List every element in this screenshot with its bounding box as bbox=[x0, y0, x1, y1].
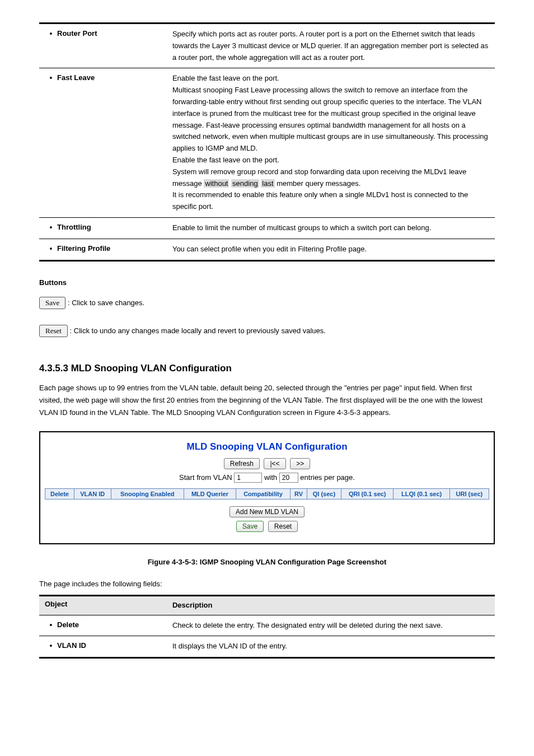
reset-button-image: Reset bbox=[39, 325, 68, 337]
row-desc: Check to delete the entry. The designate… bbox=[167, 615, 495, 636]
col-header: Delete bbox=[45, 488, 74, 499]
col-header: Snooping Enabled bbox=[111, 488, 184, 499]
save-desc: : Click to save changes. bbox=[68, 298, 144, 307]
first-page-button[interactable]: |<< bbox=[264, 458, 285, 469]
figure-caption: Figure 4-3-5-3: IGMP Snooping VLAN Confi… bbox=[39, 558, 495, 566]
col-header: URI (sec) bbox=[449, 488, 489, 499]
col-header: MLD Querier bbox=[184, 488, 236, 499]
next-page-button[interactable]: >> bbox=[290, 458, 310, 469]
col-header: QRI (0.1 sec) bbox=[341, 488, 394, 499]
save-button[interactable]: Save bbox=[236, 521, 264, 532]
row-label: Fast Leave bbox=[57, 73, 95, 83]
section-heading: 4.3.5.3 MLD Snooping VLAN Configuration bbox=[39, 363, 495, 374]
config-screenshot: MLD Snooping VLAN Configuration Refresh … bbox=[39, 431, 495, 544]
object-desc-table-2: Object Description • Delete Check to del… bbox=[39, 595, 495, 659]
row-desc: Enable to limit the number of multicast … bbox=[167, 217, 495, 239]
save-button-image: Save bbox=[39, 297, 65, 309]
row-desc: You can select profile when you edit in … bbox=[167, 239, 495, 260]
object-desc-table-1: • Router Port Specify which ports act as… bbox=[39, 22, 495, 262]
row-label: Delete bbox=[57, 620, 79, 630]
reset-desc: : Click to undo any changes made locally… bbox=[70, 326, 326, 335]
col-description: Description bbox=[167, 595, 495, 615]
col-header: VLAN ID bbox=[74, 488, 111, 499]
add-new-mld-vlan-button[interactable]: Add New MLD VLAN bbox=[229, 506, 305, 517]
section-body: Each page shows up to 99 entries from th… bbox=[39, 382, 495, 419]
buttons-heading: Buttons bbox=[39, 278, 495, 287]
col-header: QI (sec) bbox=[307, 488, 341, 499]
row-desc: It displays the VLAN ID of the entry. bbox=[167, 636, 495, 658]
col-header: RV bbox=[291, 488, 307, 499]
row-label: Router Port bbox=[57, 29, 97, 39]
screenshot-title: MLD Snooping VLAN Configuration bbox=[45, 441, 489, 452]
col-object: Object bbox=[39, 595, 167, 615]
col-header: LLQI (0.1 sec) bbox=[394, 488, 449, 499]
entries-suffix: entries per page. bbox=[300, 473, 355, 482]
row-label: VLAN ID bbox=[57, 641, 86, 651]
fields-intro: The page includes the following fields: bbox=[39, 580, 495, 588]
row-label: Filtering Profile bbox=[57, 244, 110, 254]
with-label: with bbox=[264, 473, 277, 482]
refresh-button[interactable]: Refresh bbox=[224, 458, 260, 469]
row-label: Throttling bbox=[57, 222, 91, 232]
row-desc: Specify which ports act as router ports.… bbox=[167, 24, 495, 68]
start-from-label: Start from VLAN bbox=[179, 473, 232, 482]
entries-input[interactable] bbox=[279, 473, 298, 483]
vlan-config-table: DeleteVLAN IDSnooping EnabledMLD Querier… bbox=[45, 488, 489, 500]
reset-button[interactable]: Reset bbox=[268, 521, 298, 532]
row-desc-html: Enable the fast leave on the port.Multic… bbox=[167, 68, 495, 218]
start-vlan-input[interactable] bbox=[234, 473, 262, 483]
col-header: Compatibility bbox=[236, 488, 290, 499]
